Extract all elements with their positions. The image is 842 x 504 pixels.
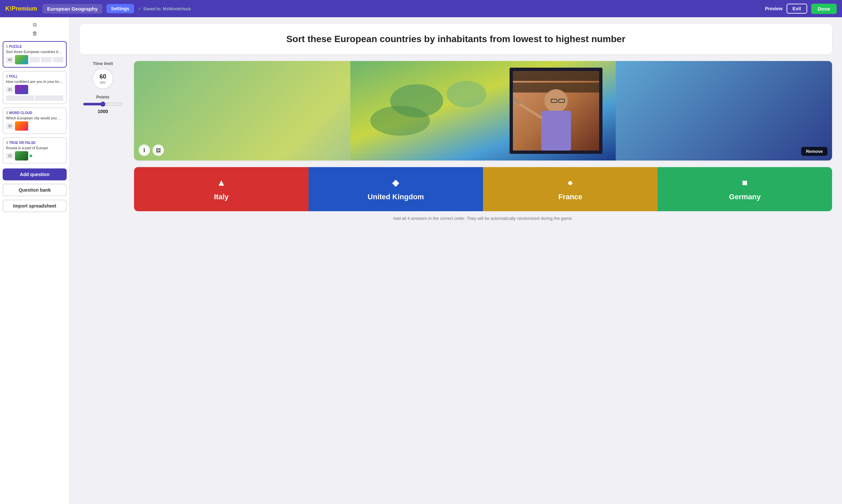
settings-button[interactable]: Settings <box>106 4 134 13</box>
saved-indicator: ✓ Saved to: MsWoodchuck <box>138 6 761 11</box>
question-title-card: Sort these European countries by inhabit… <box>80 24 832 54</box>
time-limit-control: Time limit 60 sec <box>92 61 113 89</box>
svg-rect-9 <box>541 111 571 150</box>
answers-row: ▲ Italy ◆ United Kingdom ● France ■ Germ… <box>134 167 832 211</box>
image-media-button[interactable]: 🖼 <box>153 145 164 156</box>
image-svg <box>134 61 832 161</box>
add-question-button[interactable]: Add question <box>3 168 67 180</box>
question-bank-button[interactable]: Question bank <box>3 184 67 196</box>
answer-2-label: United Kingdom <box>368 193 424 201</box>
points-label: Points <box>96 94 109 100</box>
sidebar-item-1-ph3 <box>53 57 63 62</box>
svg-point-3 <box>370 106 430 136</box>
content-area: ℹ 🖼 Remove ▲ Italy ◆ United Kingdom <box>134 61 832 221</box>
sidebar-item-2-title: How confident are you in your kno... <box>6 79 63 84</box>
answer-card-1[interactable]: ▲ Italy <box>134 167 309 211</box>
answer-4-label: Germany <box>729 193 760 201</box>
answer-1-icon: ▲ <box>217 177 226 188</box>
sidebar-item-2-badge: 30 <box>6 87 14 92</box>
sidebar-item-4-badge: 20 <box>6 153 14 159</box>
controls-left: Time limit 60 sec Points 1000 <box>80 61 126 114</box>
sidebar-item-1-thumb <box>15 55 28 64</box>
svg-point-8 <box>544 89 568 112</box>
sidebar-tools: ⧉ 🗑 <box>3 22 67 36</box>
sidebar-item-4-num: 4 True or false <box>6 141 63 145</box>
brand-logo: K!Premium <box>5 5 37 12</box>
sidebar-item-4-row: 20 <box>6 151 63 161</box>
sidebar-item-1-ph2 <box>41 57 51 62</box>
exit-button[interactable]: Exit <box>787 4 807 14</box>
check-icon: ✓ <box>138 6 142 11</box>
question-title: Sort these European countries by inhabit… <box>90 33 821 45</box>
copy-icon[interactable]: ⧉ <box>3 22 67 28</box>
sidebar: ⧉ 🗑 1 Puzzle Sort these European countri… <box>0 17 70 504</box>
sidebar-item-4-title: Russia is a part of Europe <box>6 146 63 150</box>
sidebar-item-3-badge: 30 <box>6 123 14 129</box>
sidebar-item-1-num: 1 Puzzle <box>6 44 63 49</box>
time-limit-label: Time limit <box>93 61 113 66</box>
question-image <box>134 61 832 161</box>
answer-2-icon: ◆ <box>392 177 400 188</box>
sidebar-item-2-placeholders <box>6 95 63 101</box>
sidebar-item-3-row: 30 <box>6 121 63 131</box>
sidebar-item-3-num: 3 Word cloud <box>6 111 63 115</box>
title-tab[interactable]: European Geography <box>42 4 103 14</box>
sidebar-item-2-thumb <box>15 85 28 94</box>
time-limit-circle[interactable]: 60 sec <box>92 68 113 89</box>
main-content: Sort these European countries by inhabit… <box>70 17 842 504</box>
done-button[interactable]: Done <box>811 4 837 14</box>
points-control: Points 1000 <box>83 94 123 114</box>
sidebar-item-4-dot <box>30 155 32 157</box>
remove-image-button[interactable]: Remove <box>801 147 827 156</box>
image-info-button[interactable]: ℹ <box>139 145 150 156</box>
sidebar-item-1-ph1 <box>30 57 40 62</box>
answer-4-icon: ■ <box>742 177 748 188</box>
delete-icon[interactable]: 🗑 <box>3 31 67 36</box>
import-spreadsheet-button[interactable]: Import spreadsheet <box>3 200 67 212</box>
answer-card-2[interactable]: ◆ United Kingdom <box>309 167 483 211</box>
main-inner: Time limit 60 sec Points 1000 <box>80 61 832 221</box>
answer-1-label: Italy <box>214 193 229 201</box>
sidebar-item-3[interactable]: 3 Word cloud Which European city would y… <box>3 107 67 134</box>
sidebar-item-2-row: 30 <box>6 85 63 94</box>
sidebar-item-1-badge: 40 <box>6 57 14 63</box>
answer-card-3[interactable]: ● France <box>483 167 657 211</box>
sidebar-item-1[interactable]: 1 Puzzle Sort these European countries b… <box>3 41 67 68</box>
answer-3-icon: ● <box>568 177 573 188</box>
header: K!Premium European Geography Settings ✓ … <box>0 0 842 17</box>
preview-button[interactable]: Preview <box>765 6 783 11</box>
image-area: ℹ 🖼 Remove <box>134 61 832 161</box>
header-right-actions: Preview Exit Done <box>765 4 837 14</box>
answer-card-4[interactable]: ■ Germany <box>657 167 832 211</box>
points-value: 1000 <box>98 109 108 114</box>
image-overlay-buttons: ℹ 🖼 <box>139 145 164 156</box>
svg-rect-6 <box>513 71 599 81</box>
sidebar-item-4[interactable]: 4 True or false Russia is a part of Euro… <box>3 137 67 164</box>
sidebar-item-2[interactable]: 2 Poll How confident are you in your kno… <box>3 71 67 104</box>
svg-point-2 <box>446 81 486 107</box>
sidebar-item-4-thumb <box>15 151 28 161</box>
sidebar-item-2-num: 2 Poll <box>6 74 63 78</box>
sidebar-item-3-thumb <box>15 121 28 131</box>
layout: ⧉ 🗑 1 Puzzle Sort these European countri… <box>0 17 842 504</box>
answers-hint: Add all 4 answers in the correct order. … <box>134 216 832 221</box>
answer-3-label: France <box>558 193 582 201</box>
points-slider[interactable] <box>83 102 123 107</box>
sidebar-item-1-row: 40 <box>6 55 63 64</box>
sidebar-item-1-title: Sort these European countries by i... <box>6 50 63 54</box>
sidebar-item-3-title: Which European city would you m... <box>6 116 63 120</box>
